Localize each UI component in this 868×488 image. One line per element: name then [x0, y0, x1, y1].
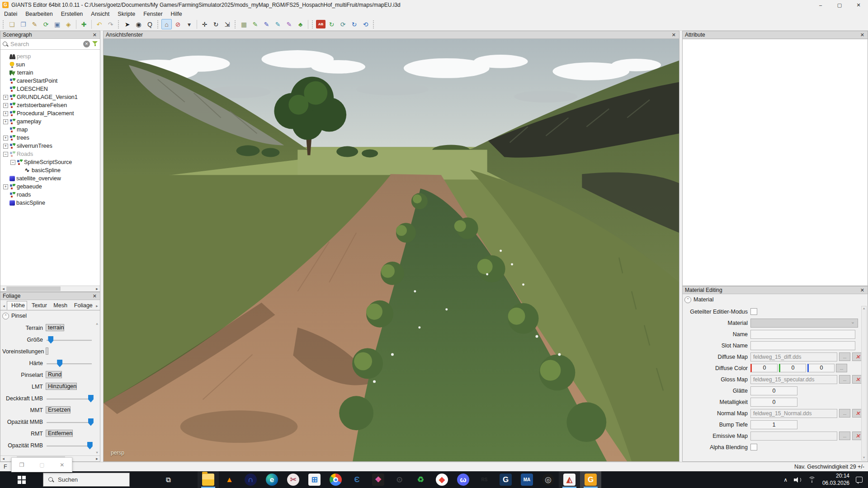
show-hide-icon[interactable]: ◉	[133, 19, 144, 29]
scroll-up-icon[interactable]: ˄	[96, 322, 98, 326]
field-value[interactable]: Ersetzen	[46, 406, 71, 413]
menu-item[interactable]: Ansicht	[87, 10, 113, 18]
tree-expander-icon[interactable]: +	[3, 144, 8, 149]
scenegraph-item[interactable]: basicSpline	[0, 199, 100, 207]
slider-handle[interactable]	[87, 442, 93, 450]
ab-cube-icon[interactable]: AB	[316, 20, 326, 28]
foliage-brush-icon[interactable]: ♣	[295, 19, 306, 29]
taskbar-search[interactable]: Suchen	[43, 473, 130, 487]
reload-icon[interactable]: ⟳	[41, 19, 51, 29]
clock[interactable]: 20:14 06.03.2026	[822, 473, 849, 487]
menu-item[interactable]: Hilfe	[167, 10, 186, 18]
foliage-vscrollbar[interactable]: ˄ ˅	[94, 322, 99, 455]
import-icon[interactable]: ✎	[29, 19, 40, 29]
scenegraph-item[interactable]: satellite_overview	[0, 174, 100, 183]
file-field[interactable]	[750, 432, 837, 441]
collapse-icon[interactable]: ⌃	[684, 296, 691, 303]
filter-icon[interactable]	[92, 41, 98, 47]
scale-tool-icon[interactable]: ⇲	[222, 19, 232, 29]
scenegraph-item[interactable]: terrain	[0, 69, 100, 77]
translate-tool-icon[interactable]: ✛	[199, 19, 210, 29]
scroll-down-icon[interactable]: ˅	[863, 455, 865, 460]
scenegraph-item[interactable]: − SplineScriptSource	[0, 158, 100, 166]
menu-item[interactable]: Erstellen	[57, 10, 87, 18]
blue-field[interactable]: 0	[807, 364, 835, 372]
maximize-button[interactable]: ▢	[830, 0, 849, 10]
close-icon[interactable]: ✕	[92, 293, 98, 300]
terrain-brush-blue-icon[interactable]: ✎	[261, 19, 272, 29]
material-section-header[interactable]: ⌃ Material	[683, 294, 868, 305]
refresh-scripts-icon[interactable]: ↻	[326, 19, 337, 29]
color-picker-button[interactable]: ...	[836, 364, 847, 372]
discord[interactable]: ω	[453, 471, 474, 488]
search-input[interactable]	[10, 41, 81, 47]
tool-dropdown-icon[interactable]: ▾	[184, 19, 194, 29]
ma-app[interactable]: MA	[516, 471, 538, 488]
slider-handle[interactable]	[57, 360, 62, 367]
tree-expander-icon[interactable]: +	[3, 136, 8, 141]
no-material-icon[interactable]: ⊘	[173, 19, 183, 29]
field-value[interactable]: Rund	[46, 371, 62, 378]
browse-button[interactable]: ...	[839, 409, 850, 418]
terrain-brush-purple-icon[interactable]: ✎	[284, 19, 294, 29]
slider-handle[interactable]	[88, 395, 94, 403]
foliage-tab[interactable]: Höhe	[7, 301, 27, 310]
viewport-3d-scene[interactable]: persp	[104, 39, 679, 461]
slider-handle[interactable]	[88, 418, 94, 426]
tabs-scroll-right-icon[interactable]: ▸	[94, 302, 100, 310]
sync-app[interactable]: ♻	[410, 471, 431, 488]
snipping-tool[interactable]: ✂	[283, 471, 304, 488]
close-icon[interactable]: ✕	[60, 462, 64, 468]
tray-expand-icon[interactable]: ∧	[783, 477, 788, 483]
giants-editor[interactable]: G	[580, 471, 601, 488]
menu-item[interactable]: Datei	[0, 10, 21, 18]
editor-e[interactable]: Є	[346, 471, 368, 488]
undo-icon[interactable]: ↶	[94, 19, 104, 29]
scenegraph-item[interactable]: + zertstoerbareFelsen	[0, 101, 100, 109]
tree-expander-icon[interactable]: +	[3, 184, 8, 189]
tree-expander-icon[interactable]: −	[3, 152, 8, 157]
pinsel-section-header[interactable]: ⌃ Pinsel	[0, 310, 100, 321]
material-vscrollbar[interactable]: ˄ ˅	[861, 306, 867, 460]
field-value[interactable]: Entfernen	[46, 430, 73, 437]
browse-button[interactable]: ...	[839, 352, 850, 361]
close-icon[interactable]: ✕	[859, 287, 865, 294]
tree-expander-icon[interactable]: −	[10, 160, 15, 165]
scenegraph-item[interactable]: − Roads	[0, 150, 100, 158]
close-button[interactable]: ✕	[849, 0, 868, 10]
menu-item[interactable]: Bearbeiten	[21, 10, 57, 18]
terrain-brush-green-icon[interactable]: ✎	[250, 19, 260, 29]
file-field[interactable]: feldweg_15_diff.dds	[750, 352, 837, 361]
scroll-down-icon[interactable]: ˅	[96, 450, 98, 455]
giants-studio[interactable]: G	[495, 471, 516, 488]
volume-icon[interactable]	[794, 477, 802, 483]
scenegraph-item[interactable]: sun	[0, 61, 100, 69]
number-field[interactable]: 0	[750, 386, 797, 395]
rotate-view-icon[interactable]: ↻	[349, 19, 359, 29]
text-field[interactable]	[750, 341, 855, 350]
scenegraph-item[interactable]: + gebaeude	[0, 183, 100, 191]
redo-icon[interactable]: ↷	[105, 19, 116, 29]
maximize-icon[interactable]: ▢	[39, 462, 44, 468]
scenegraph-item[interactable]: LOESCHEN	[0, 85, 100, 93]
scenegraph-item[interactable]: + GRUNDLAGE_Version1	[0, 93, 100, 101]
field-value[interactable]: Hinzufügen	[46, 383, 77, 390]
rs-app[interactable]: RS	[474, 471, 495, 488]
red-field[interactable]: 0	[750, 364, 778, 372]
scenegraph-item[interactable]: persp	[0, 52, 100, 61]
menu-item[interactable]: Fenster	[139, 10, 166, 18]
close-icon[interactable]: ✕	[671, 32, 677, 38]
slider-handle[interactable]	[48, 336, 53, 344]
tree-expander-icon[interactable]: +	[3, 95, 8, 100]
scroll-left-icon[interactable]: ◂	[0, 286, 6, 291]
field-value[interactable]: terrain	[46, 324, 64, 331]
menu-item[interactable]: Skripte	[113, 10, 139, 18]
task-view-button[interactable]: ⧉	[158, 471, 179, 488]
foliage-tab[interactable]: Mesh	[49, 301, 70, 310]
file-explorer[interactable]	[198, 471, 219, 488]
vlc[interactable]: ▲	[219, 471, 240, 488]
irfanview[interactable]: ◭	[559, 471, 580, 488]
scenegraph-item[interactable]: + silverrunTrees	[0, 142, 100, 150]
foliage-tab[interactable]: Textur	[27, 301, 49, 310]
dropdown[interactable]	[750, 319, 858, 328]
